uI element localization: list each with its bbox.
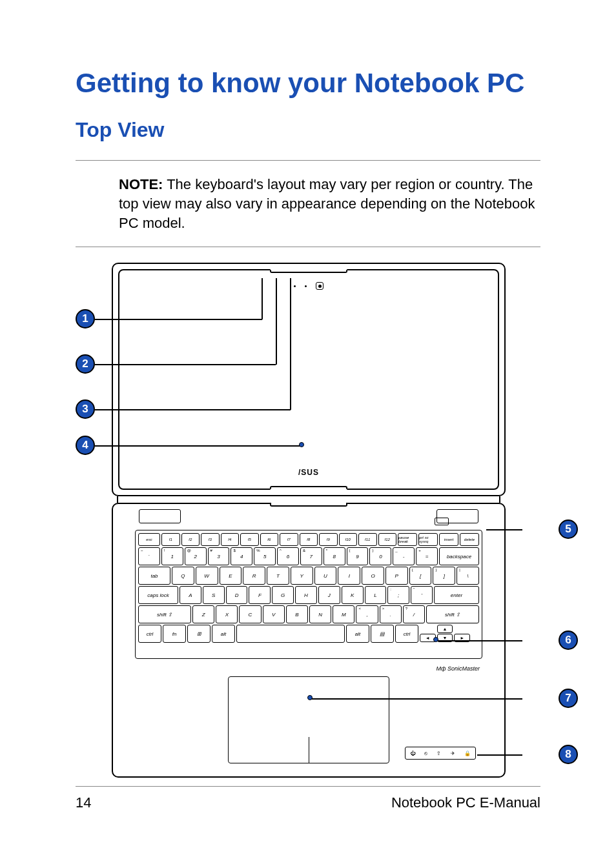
key: B xyxy=(286,605,308,623)
callout-badge-2: 2 xyxy=(76,354,95,374)
key: 3# xyxy=(208,547,230,565)
key: f11 xyxy=(358,533,377,546)
touchpad xyxy=(228,676,389,763)
callout-line-8 xyxy=(477,754,522,756)
key: prt sc sysrq xyxy=(418,533,438,546)
key: f2 xyxy=(181,533,200,546)
key: T xyxy=(267,567,289,585)
key: H xyxy=(295,586,317,604)
status-indicator-icon: ✈ xyxy=(451,751,455,756)
callout-badge-4: 4 xyxy=(76,436,95,455)
key: D xyxy=(226,586,248,604)
key: f12 xyxy=(378,533,397,546)
key: backspace xyxy=(439,547,479,565)
callout-line-1v xyxy=(262,278,263,319)
key: W xyxy=(196,567,218,585)
key: Z xyxy=(192,605,214,623)
note-text: The keyboard's layout may vary per regio… xyxy=(119,176,535,230)
key: 6^ xyxy=(277,547,299,565)
brand-logo: /SUS xyxy=(298,468,319,477)
key: .> xyxy=(380,605,402,623)
key: caps lock xyxy=(138,586,178,604)
page-footer: 14 Notebook PC E-Manual xyxy=(76,786,540,811)
key: J xyxy=(318,586,340,604)
key: /? xyxy=(403,605,425,623)
indicator-dot-icon xyxy=(305,285,307,287)
doc-title: Notebook PC E-Manual xyxy=(391,794,540,811)
hinge-left xyxy=(139,509,181,523)
key: f8 xyxy=(300,533,318,546)
key: f1 xyxy=(161,533,180,546)
callout-line-2 xyxy=(95,364,276,365)
key: U xyxy=(314,567,337,585)
key: E xyxy=(220,567,242,585)
key: L xyxy=(365,586,387,604)
key: R xyxy=(243,567,265,585)
footer-row: 14 Notebook PC E-Manual xyxy=(76,794,540,811)
callout-badge-6: 6 xyxy=(559,631,578,650)
callout-badge-7: 7 xyxy=(559,689,578,708)
key: shift ⇧ xyxy=(138,605,191,623)
callout-badge-1: 1 xyxy=(76,309,95,328)
key: alt xyxy=(212,625,235,643)
key: 0) xyxy=(369,547,391,565)
key: M xyxy=(333,605,354,623)
key: insert xyxy=(439,533,458,546)
key: 5% xyxy=(254,547,276,565)
key: \| xyxy=(457,567,479,585)
laptop-diagram: /SUS escf1f2f3f4f5f6f7f8f9f10f11f12pause… xyxy=(76,263,540,778)
key: O xyxy=(362,567,384,585)
key: X xyxy=(216,605,238,623)
keyboard-row-4: shift ⇧ZXCVBNM,<.>/?shift ⇧ xyxy=(138,605,479,623)
callout-line-5 xyxy=(486,529,522,530)
heading-main: Getting to know your Notebook PC xyxy=(76,68,540,99)
callout-line-1 xyxy=(95,319,262,320)
key: K xyxy=(342,586,364,604)
lid-top-pad xyxy=(270,269,347,273)
key: shift ⇧ xyxy=(426,605,479,623)
key: f4 xyxy=(221,533,240,546)
callout-line-3v xyxy=(290,278,291,410)
hinge-bar xyxy=(117,496,500,503)
keyboard-row-1: `~1!2@3#4$5%6^7&8*9(0)-_=+backspace xyxy=(138,547,479,565)
spacebar-key xyxy=(236,625,345,643)
key: =+ xyxy=(416,547,438,565)
key: pause break xyxy=(398,533,417,546)
keyboard-row-3: caps lockASDFGHJKL;:'"enter xyxy=(138,586,479,604)
page: Getting to know your Notebook PC Top Vie… xyxy=(0,0,616,868)
callout-line-7 xyxy=(311,698,522,700)
key: `~ xyxy=(138,547,160,565)
key: 4$ xyxy=(231,547,252,565)
key: ctrl xyxy=(395,625,418,643)
key: f5 xyxy=(240,533,259,546)
key: N xyxy=(309,605,331,623)
key: -_ xyxy=(393,547,415,565)
key: ⊞ xyxy=(187,625,210,643)
status-indicator-icon: ⇪ xyxy=(436,751,441,756)
key: Q xyxy=(172,567,194,585)
hinge-right xyxy=(436,509,478,523)
key: P xyxy=(385,567,408,585)
key: G xyxy=(272,586,294,604)
keyboard: escf1f2f3f4f5f6f7f8f9f10f11f12pause brea… xyxy=(135,530,482,659)
mic-dot-icon xyxy=(294,285,296,287)
callout-line-2v xyxy=(276,278,277,365)
laptop-lid-inner: /SUS xyxy=(118,269,499,490)
power-button-icon xyxy=(435,518,449,525)
key: f3 xyxy=(201,533,220,546)
key: fn xyxy=(163,625,186,643)
touchpad-divider xyxy=(309,737,309,763)
callout-line-3 xyxy=(95,409,291,410)
base-top-pad xyxy=(270,503,347,507)
callout-badge-8: 8 xyxy=(559,745,578,764)
sonicmaster-label: Mф SonicMaster xyxy=(436,665,480,672)
camera-lens-icon xyxy=(318,285,322,288)
key: S xyxy=(203,586,225,604)
key: esc xyxy=(138,533,160,546)
key: f6 xyxy=(260,533,279,546)
key: delete xyxy=(460,533,479,546)
key: V xyxy=(263,605,285,623)
callout-badge-5: 5 xyxy=(559,520,578,539)
note-label: NOTE: xyxy=(119,176,163,192)
key: 9( xyxy=(347,547,369,565)
